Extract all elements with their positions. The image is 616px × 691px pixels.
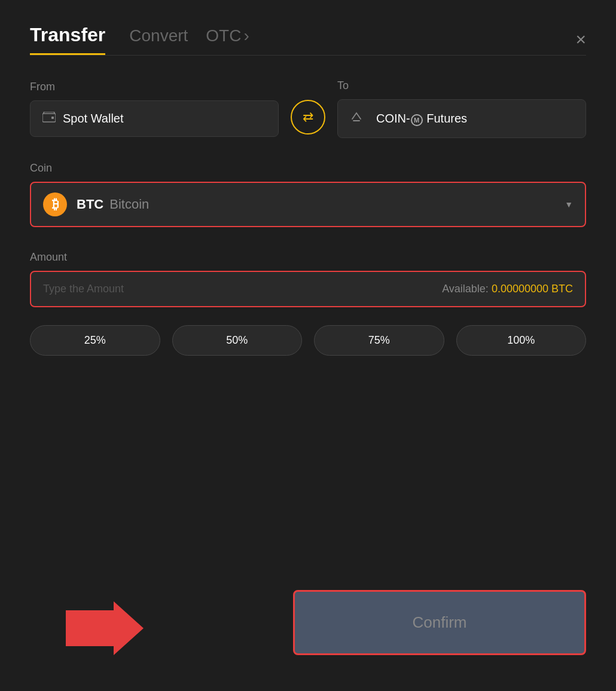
amount-label: Amount xyxy=(30,251,586,264)
bottom-section: Confirm xyxy=(30,590,586,655)
pct-50-button[interactable]: 50% xyxy=(172,325,303,356)
tab-transfer[interactable]: Transfer xyxy=(30,24,105,55)
tab-otc[interactable]: OTC › xyxy=(206,26,249,53)
wallet-icon xyxy=(42,112,56,126)
coin-label: Coin xyxy=(30,162,586,175)
coin-full-name: Bitcoin xyxy=(109,197,149,212)
pct-25-button[interactable]: 25% xyxy=(30,325,160,356)
to-wallet-name: COIN-M Futures xyxy=(376,112,467,126)
amount-input-box[interactable]: Type the Amount Available: 0.00000000 BT… xyxy=(30,271,586,307)
to-wallet-selector[interactable]: COIN-M Futures xyxy=(337,99,586,138)
coin-dropdown[interactable]: ₿ BTC Bitcoin ▼ xyxy=(30,182,586,227)
dropdown-arrow-icon: ▼ xyxy=(565,200,573,209)
available-amount-value: 0.00000000 BTC xyxy=(492,283,573,295)
swap-button[interactable]: ⇄ xyxy=(291,100,325,134)
pct-75-button[interactable]: 75% xyxy=(314,325,444,356)
percentage-buttons: 25% 50% 75% 100% xyxy=(30,325,586,356)
futures-icon xyxy=(350,111,363,127)
from-wallet-selector[interactable]: Spot Wallet xyxy=(30,100,279,137)
from-label: From xyxy=(30,81,279,93)
red-arrow-icon xyxy=(66,601,144,655)
close-button[interactable]: × xyxy=(575,30,586,48)
to-label: To xyxy=(337,80,586,92)
coin-section: Coin ₿ BTC Bitcoin ▼ xyxy=(30,162,586,251)
transfer-modal: Transfer Convert OTC › × From Spot Walle… xyxy=(0,0,616,691)
arrow-indicator xyxy=(66,601,144,655)
amount-section: Amount Type the Amount Available: 0.0000… xyxy=(30,251,586,325)
tab-divider xyxy=(30,55,586,56)
to-column: To COIN-M Futures xyxy=(337,80,586,138)
tab-convert[interactable]: Convert xyxy=(129,26,188,53)
confirm-button[interactable]: Confirm xyxy=(293,590,586,655)
swap-icon: ⇄ xyxy=(303,109,313,125)
from-wallet-name: Spot Wallet xyxy=(63,112,124,126)
svg-marker-2 xyxy=(66,601,144,655)
from-to-section: From Spot Wallet ⇄ To xyxy=(30,80,586,138)
btc-logo: ₿ xyxy=(43,192,67,216)
chevron-right-icon: › xyxy=(243,26,249,45)
modal-header: Transfer Convert OTC › × xyxy=(30,24,586,55)
amount-placeholder: Type the Amount xyxy=(43,283,124,295)
available-display: Available: 0.00000000 BTC xyxy=(442,283,573,295)
from-column: From Spot Wallet xyxy=(30,81,279,137)
coin-symbol: BTC xyxy=(77,197,103,212)
svg-rect-1 xyxy=(51,117,54,119)
pct-100-button[interactable]: 100% xyxy=(456,325,587,356)
